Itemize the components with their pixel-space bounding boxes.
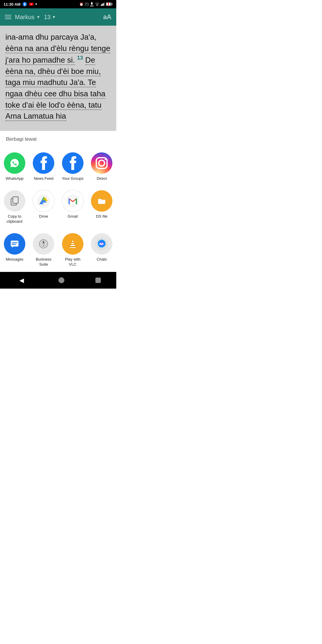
svg-rect-8 xyxy=(104,2,105,6)
gmail-label: Gmail xyxy=(68,214,78,219)
drive-icon xyxy=(33,190,54,212)
messages-icon xyxy=(4,233,25,255)
share-app-gmail[interactable]: Gmail xyxy=(58,186,87,229)
font-size-button[interactable]: aA xyxy=(103,13,112,21)
newsfeed-icon xyxy=(33,152,54,174)
svg-rect-53 xyxy=(71,242,74,243)
font-size-label: aA xyxy=(103,13,112,21)
signal-icon xyxy=(101,2,105,6)
yourgroups-icon xyxy=(62,152,83,174)
dsfile-icon xyxy=(91,190,112,212)
home-button[interactable] xyxy=(58,277,64,283)
business-label: Business Suite xyxy=(32,257,55,267)
svg-rect-35 xyxy=(69,199,70,204)
nav-bar: ◀ xyxy=(0,272,116,289)
whatsapp-label: WhatsApp xyxy=(6,176,24,181)
battery-icon xyxy=(106,2,113,6)
book-title: Markus xyxy=(15,14,35,21)
status-left: 11:30 AM • xyxy=(4,1,37,7)
newsfeed-label: News Feed xyxy=(34,176,53,181)
share-app-copy[interactable]: Copy to clipboard xyxy=(0,186,29,229)
share-app-messages[interactable]: Messages xyxy=(0,229,29,272)
menu-button[interactable] xyxy=(5,15,11,19)
drive-label: Drive xyxy=(39,214,48,219)
vlc-icon xyxy=(62,233,83,255)
book-caret-icon: ▼ xyxy=(36,15,41,19)
svg-rect-38 xyxy=(98,200,105,204)
dot-icon: • xyxy=(35,1,37,7)
svg-rect-11 xyxy=(112,4,112,5)
svg-rect-36 xyxy=(76,199,77,204)
messages-label: Messages xyxy=(6,257,23,262)
dsfile-label: DS file xyxy=(96,214,107,219)
share-app-vlc[interactable]: Play with VLC xyxy=(58,229,87,272)
svg-point-19 xyxy=(105,159,106,160)
download-icon xyxy=(90,2,94,6)
svg-rect-12 xyxy=(108,3,109,5)
chats-icon xyxy=(91,233,112,255)
wifi-icon xyxy=(95,2,100,6)
direct-label: Direct xyxy=(97,176,107,181)
business-icon xyxy=(33,233,54,255)
facebook-status-icon xyxy=(22,2,27,7)
whatsapp-icon xyxy=(4,152,25,174)
svg-marker-3 xyxy=(91,2,93,5)
alarm-icon: ⏰ xyxy=(79,2,83,6)
svg-point-18 xyxy=(99,160,105,166)
status-bar: 11:30 AM • ⏰ 📳 xyxy=(0,0,116,8)
svg-rect-21 xyxy=(13,197,18,203)
yourgroups-label: Your Groups xyxy=(62,176,83,181)
svg-rect-4 xyxy=(90,6,94,6)
gmail-icon xyxy=(62,190,83,212)
direct-icon xyxy=(91,152,112,174)
youtube-status-icon xyxy=(29,2,34,7)
copy-icon xyxy=(4,190,25,212)
share-title: Berbagi lewat xyxy=(0,131,116,145)
share-app-chats[interactable]: Chats xyxy=(87,229,117,272)
chapter-selector[interactable]: 13 ▼ xyxy=(44,14,56,21)
time-display: 11:30 AM xyxy=(4,2,21,7)
book-selector[interactable]: Markus ▼ xyxy=(15,14,40,21)
chapter-caret-icon: ▼ xyxy=(52,15,56,19)
copy-label: Copy to clipboard xyxy=(3,214,27,224)
svg-point-43 xyxy=(37,237,50,250)
share-sheet: Berbagi lewat WhatsApp News Feed xyxy=(0,131,116,272)
svg-rect-5 xyxy=(101,4,102,6)
vibrate-icon: 📳 xyxy=(85,2,89,6)
share-app-yourgroups[interactable]: Your Groups xyxy=(58,148,87,186)
share-app-drive[interactable]: Drive xyxy=(29,186,58,229)
status-right: ⏰ 📳 xyxy=(79,2,113,6)
share-app-direct[interactable]: Direct xyxy=(87,148,117,186)
header-left: Markus ▼ 13 ▼ xyxy=(5,14,56,21)
share-app-newsfeed[interactable]: News Feed xyxy=(29,148,58,186)
vlc-label: Play with VLC xyxy=(61,257,85,267)
bible-text-area: ina-ama dhu parcaya Ja'a, èèna na ana d'… xyxy=(0,26,116,131)
back-button[interactable]: ◀ xyxy=(16,274,27,286)
bible-text-content: ina-ama dhu parcaya Ja'a, èèna na ana d'… xyxy=(5,32,110,120)
share-app-whatsapp[interactable]: WhatsApp xyxy=(0,148,29,186)
chapter-number: 13 xyxy=(44,14,50,21)
svg-rect-41 xyxy=(12,242,18,243)
app-grid: WhatsApp News Feed Your Groups xyxy=(0,145,116,272)
app-header: Markus ▼ 13 ▼ aA xyxy=(0,8,116,26)
recents-button[interactable] xyxy=(95,278,101,283)
svg-rect-40 xyxy=(11,241,18,247)
share-app-dsfile[interactable]: DS file xyxy=(87,186,117,229)
svg-rect-52 xyxy=(70,244,75,245)
share-app-business[interactable]: Business Suite xyxy=(29,229,58,272)
svg-rect-42 xyxy=(12,244,16,245)
svg-rect-7 xyxy=(103,3,104,6)
chats-label: Chats xyxy=(97,257,107,262)
svg-rect-51 xyxy=(69,246,76,247)
svg-point-16 xyxy=(91,152,112,174)
svg-rect-6 xyxy=(102,4,103,6)
